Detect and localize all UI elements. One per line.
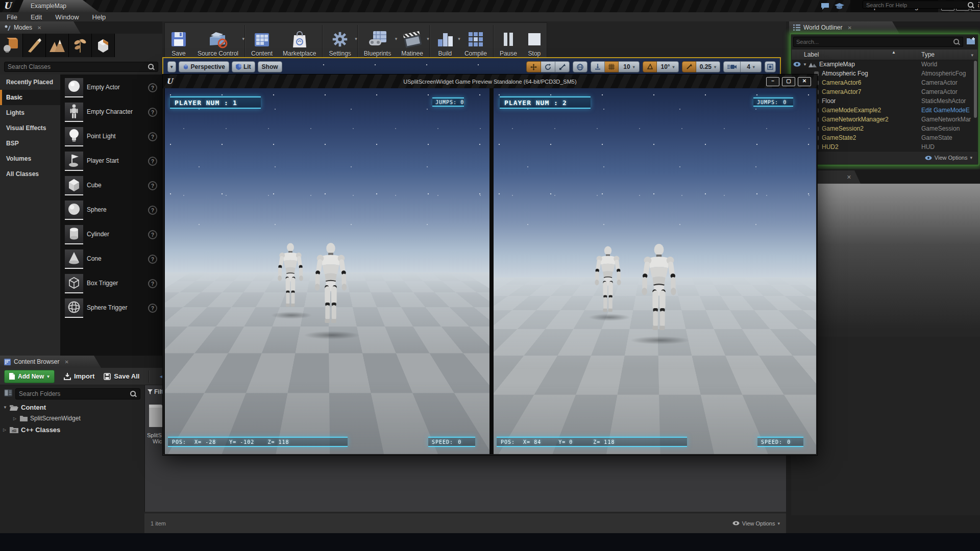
category-bsp[interactable]: BSP [0,136,60,151]
outliner-row-cameraactor7[interactable]: CameraActor7 CameraActor [792,87,977,96]
new-folder-icon[interactable] [967,37,976,44]
column-label[interactable]: Label [804,51,819,58]
search-folders-input[interactable]: Search Folders [15,388,140,399]
item-cone[interactable]: Cone [60,246,162,271]
help-icon[interactable] [148,83,157,92]
content-button[interactable]: Content [246,23,278,60]
maximize-viewport-button[interactable] [765,61,776,72]
viewport-options-button[interactable]: ▾ [167,61,176,72]
outliner-row-gamestate2[interactable]: GameState2 GameState [792,133,977,142]
cb-view-options-button[interactable]: View Options ▾ [732,520,780,527]
angle-snap-value[interactable]: 10°▾ [657,61,678,72]
item-player-start[interactable]: Player Start [60,148,162,173]
sources-toggle-icon[interactable] [4,389,12,396]
help-icon[interactable] [148,181,157,190]
lit-mode-button[interactable]: Lit [232,61,255,72]
tab-world-outliner[interactable]: World Outliner ✕ [789,21,899,34]
grid-snap-value[interactable]: 10▾ [619,61,640,72]
tutorial-cap-icon[interactable] [835,3,844,10]
visibility-eye-icon[interactable] [793,62,801,67]
chevron-down-icon[interactable]: ▾ [355,36,357,41]
expander-icon[interactable]: ▷ [3,428,7,432]
outliner-row-cameraactor6[interactable]: CameraActor6 CameraActor [792,78,977,87]
item-cylinder[interactable]: Cylinder [60,222,162,246]
game-preview-window[interactable]: U USplitScreenWidget Game Preview Standa… [162,74,818,456]
help-icon[interactable] [148,230,157,239]
help-icon[interactable] [148,279,157,288]
item-sphere[interactable]: Sphere [60,197,162,222]
expander-icon[interactable]: ▷ [13,416,17,421]
item-cube[interactable]: Cube [60,173,162,197]
mode-foliage-button[interactable] [69,34,92,57]
world-local-toggle-button[interactable] [573,61,587,72]
settings-button[interactable]: Settings ▾ [324,23,356,60]
close-icon[interactable]: ✕ [37,25,41,31]
outliner-row-hud2[interactable]: HUD2 HUD [792,142,977,151]
game-window-title-bar[interactable]: U USplitScreenWidget Game Preview Standa… [163,74,817,88]
compile-button[interactable]: Compile [459,23,492,60]
category-basic[interactable]: Basic [0,90,60,105]
pause-button[interactable]: Pause [495,23,522,60]
close-icon[interactable]: ✕ [847,25,851,31]
chevron-down-icon[interactable]: ▾ [427,36,429,41]
category-visual-effects[interactable]: Visual Effects [0,120,60,136]
category-lights[interactable]: Lights [0,105,60,120]
game-maximize-button[interactable]: ▢ [782,77,795,86]
camera-speed-button[interactable] [723,61,741,72]
surface-snap-button[interactable] [591,61,605,72]
scale-snap-button[interactable] [682,61,696,72]
scale-tool-button[interactable] [555,61,570,72]
search-classes-input[interactable]: Search Classes [4,62,158,72]
matinee-button[interactable]: Matinee ▾ [396,23,428,60]
marketplace-button[interactable]: Marketplace [278,23,321,60]
sort-asc-icon[interactable]: ▲ [892,50,896,55]
outliner-row-gamenetworkmanager2[interactable]: GameNetworkManager2 GameNetworkMar [792,115,977,124]
tab-content-browser[interactable]: Content Browser ✕ [0,356,101,368]
category-volumes[interactable]: Volumes [0,151,60,166]
columns-menu-icon[interactable]: ▾ [971,53,973,58]
menu-window[interactable]: Window [48,12,85,21]
help-icon[interactable] [148,304,157,313]
expander-icon[interactable]: ▼ [803,62,807,67]
search-help-input[interactable]: Search For Help [863,1,978,9]
show-button[interactable]: Show [258,61,282,72]
source-control-button[interactable]: Source Control ▾ [192,23,243,60]
filters-button[interactable]: Filt [148,388,163,395]
mode-geometry-button[interactable] [92,34,115,57]
item-point-light[interactable]: Point Light [60,124,162,148]
item-empty-character[interactable]: Empty Character [60,99,162,124]
close-icon[interactable]: ✕ [64,359,68,365]
category-all-classes[interactable]: All Classes [0,166,60,182]
menu-edit[interactable]: Edit [24,12,48,21]
tree-cpp-classes[interactable]: ▷ C++ C++ Classes [3,426,60,434]
outliner-row-gamesession2[interactable]: GameSession2 GameSession [792,124,977,133]
item-sphere-trigger[interactable]: Sphere Trigger [60,295,162,320]
close-icon[interactable]: ✕ [847,174,851,181]
import-button[interactable]: Import [64,372,94,380]
perspective-button[interactable]: Perspective [179,61,229,72]
camera-speed-value[interactable]: 4▾ [741,61,762,72]
item-empty-actor[interactable]: Empty Actor [60,75,162,99]
column-type[interactable]: Type [921,51,935,58]
mode-place-button[interactable] [0,34,23,57]
outliner-row-gamemodeexample2[interactable]: GameModeExample2 Edit GameModeE [792,106,977,115]
angle-snap-button[interactable] [643,61,657,72]
add-new-button[interactable]: Add New ▾ [4,370,55,383]
help-icon[interactable] [148,157,157,166]
help-icon[interactable] [148,206,157,215]
menu-file[interactable]: File [0,12,24,21]
expander-icon[interactable]: ▼ [3,405,7,410]
grid-snap-button[interactable] [605,61,619,72]
mode-paint-button[interactable] [23,34,46,57]
blueprints-button[interactable]: Blueprints ▾ [359,23,396,60]
save-all-button[interactable]: Save All [104,372,139,380]
game-minimize-button[interactable]: – [766,77,779,86]
help-icon[interactable] [148,255,157,264]
tree-splitscreenwidget-folder[interactable]: ▷ SplitScreenWidget [13,415,81,422]
rotate-tool-button[interactable] [541,61,555,72]
category-recently-placed[interactable]: Recently Placed [0,74,60,90]
game-close-button[interactable]: ✕ [798,77,811,86]
outliner-row-floor[interactable]: Floor StaticMeshActor [792,96,977,106]
outliner-row-atmospheric-fog[interactable]: Atmospheric Fog AtmosphericFog [792,69,977,78]
help-icon[interactable] [148,132,157,141]
